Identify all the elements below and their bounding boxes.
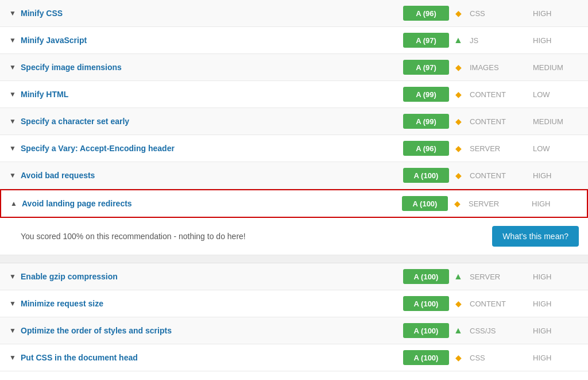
trend-diamond-icon: ◆ — [452, 171, 464, 180]
toggle-icon-minify-css[interactable]: ▼ — [9, 9, 16, 17]
trend-diamond-icon: ◆ — [452, 117, 464, 126]
row-title-avoid-landing-redirects: ▲ Avoid landing page redirects — [10, 199, 402, 208]
toggle-icon-minify-js[interactable]: ▼ — [9, 36, 16, 44]
toggle-icon-minimize-request-size[interactable]: ▼ — [9, 300, 16, 308]
row-title-specify-image-dimensions: ▼ Specify image dimensions — [9, 63, 403, 72]
toggle-icon-avoid-landing-redirects[interactable]: ▲ — [10, 199, 17, 208]
category-enable-gzip: SERVER — [470, 272, 533, 281]
category-specify-charset-early: CONTENT — [470, 117, 533, 126]
row-title-minify-html: ▼ Minify HTML — [9, 90, 403, 99]
trend-up-icon: ▲ — [452, 271, 464, 282]
priority-avoid-bad-requests: HIGH — [533, 171, 579, 180]
trend-diamond-icon: ◆ — [452, 144, 464, 153]
score-badge-optimize-order-styles: A (100) — [403, 323, 449, 338]
row-title-specify-vary-header: ▼ Specify a Vary: Accept-Encoding header — [9, 144, 403, 153]
toggle-icon-optimize-order-styles[interactable]: ▼ — [9, 327, 16, 335]
expanded-panel-avoid-landing-redirects: You scored 100% on this recommendation -… — [0, 218, 588, 255]
category-avoid-bad-requests: CONTENT — [470, 171, 533, 180]
score-badge-minimize-request-size: A (100) — [403, 296, 449, 311]
toggle-icon-specify-vary-header[interactable]: ▼ — [9, 144, 16, 152]
score-badge-avoid-landing-redirects: A (100) — [402, 196, 448, 211]
row-specify-image-dimensions: ▼ Specify image dimensions A (97) ◆ IMAG… — [0, 54, 588, 81]
category-optimize-order-styles: CSS/JS — [470, 327, 533, 335]
trend-diamond-icon: ◆ — [452, 90, 464, 99]
priority-minimize-request-size: HIGH — [533, 300, 579, 308]
row-link-avoid-bad-requests[interactable]: Avoid bad requests — [21, 171, 95, 180]
row-title-optimize-order-styles: ▼ Optimize the order of styles and scrip… — [9, 326, 403, 335]
score-section-minify-html: A (99) ◆ — [403, 87, 464, 102]
row-title-minify-js: ▼ Minify JavaScript — [9, 36, 403, 45]
priority-put-css-head: HIGH — [533, 354, 579, 362]
row-link-minimize-request-size[interactable]: Minimize request size — [21, 299, 103, 308]
priority-specify-charset-early: MEDIUM — [533, 117, 579, 126]
category-minify-js: JS — [470, 36, 533, 45]
row-avoid-bad-requests: ▼ Avoid bad requests A (100) ◆ CONTENT H… — [0, 162, 588, 189]
priority-specify-image-dimensions: MEDIUM — [533, 63, 579, 72]
category-specify-vary-header: SERVER — [470, 144, 533, 153]
row-put-css-head: ▼ Put CSS in the document head A (100) ◆… — [0, 344, 588, 371]
category-avoid-landing-redirects: SERVER — [469, 199, 532, 208]
score-badge-minify-html: A (99) — [403, 87, 449, 102]
whats-this-button[interactable]: What's this mean? — [492, 226, 579, 247]
trend-diamond-icon: ◆ — [452, 9, 464, 18]
row-link-enable-gzip[interactable]: Enable gzip compression — [21, 272, 118, 281]
priority-minify-js: HIGH — [533, 36, 579, 45]
row-minify-js: ▼ Minify JavaScript A (97) ▲ JS HIGH — [0, 27, 588, 54]
row-avoid-landing-redirects: ▲ Avoid landing page redirects A (100) ◆… — [0, 189, 588, 218]
category-specify-image-dimensions: IMAGES — [470, 63, 533, 72]
group-spacer — [0, 255, 588, 263]
row-specify-vary-header: ▼ Specify a Vary: Accept-Encoding header… — [0, 135, 588, 162]
trend-diamond-icon: ◆ — [452, 63, 464, 72]
category-minify-html: CONTENT — [470, 90, 533, 99]
priority-minify-css: HIGH — [533, 9, 579, 18]
recommendations-table: ▼ Minify CSS A (96) ◆ CSS HIGH ▼ Minify … — [0, 0, 588, 371]
score-section-specify-charset-early: A (99) ◆ — [403, 114, 464, 129]
score-section-optimize-order-styles: A (100) ▲ — [403, 323, 464, 338]
row-title-enable-gzip: ▼ Enable gzip compression — [9, 272, 403, 281]
row-link-specify-charset-early[interactable]: Specify a character set early — [21, 117, 129, 126]
score-section-enable-gzip: A (100) ▲ — [403, 269, 464, 284]
score-section-avoid-bad-requests: A (100) ◆ — [403, 168, 464, 183]
row-link-avoid-landing-redirects[interactable]: Avoid landing page redirects — [22, 199, 132, 208]
score-badge-specify-image-dimensions: A (97) — [403, 60, 449, 75]
score-section-specify-image-dimensions: A (97) ◆ — [403, 60, 464, 75]
toggle-icon-put-css-head[interactable]: ▼ — [9, 354, 16, 362]
row-specify-charset-early: ▼ Specify a character set early A (99) ◆… — [0, 108, 588, 135]
priority-specify-vary-header: LOW — [533, 144, 579, 153]
toggle-icon-enable-gzip[interactable]: ▼ — [9, 272, 16, 281]
toggle-icon-minify-html[interactable]: ▼ — [9, 90, 16, 98]
row-link-minify-html[interactable]: Minify HTML — [21, 90, 68, 99]
priority-optimize-order-styles: HIGH — [533, 327, 579, 335]
toggle-icon-specify-image-dimensions[interactable]: ▼ — [9, 63, 16, 71]
row-title-put-css-head: ▼ Put CSS in the document head — [9, 353, 403, 362]
row-title-minimize-request-size: ▼ Minimize request size — [9, 299, 403, 308]
score-section-avoid-landing-redirects: A (100) ◆ — [402, 196, 463, 211]
score-section-put-css-head: A (100) ◆ — [403, 350, 464, 365]
priority-enable-gzip: HIGH — [533, 272, 579, 281]
row-link-minify-css[interactable]: Minify CSS — [21, 9, 63, 18]
priority-avoid-landing-redirects: HIGH — [532, 199, 578, 208]
rows-group-2: ▼ Enable gzip compression A (100) ▲ SERV… — [0, 263, 588, 371]
row-link-specify-image-dimensions[interactable]: Specify image dimensions — [21, 63, 122, 72]
row-link-specify-vary-header[interactable]: Specify a Vary: Accept-Encoding header — [21, 144, 175, 153]
row-optimize-order-styles: ▼ Optimize the order of styles and scrip… — [0, 317, 588, 344]
trend-diamond-icon: ◆ — [452, 299, 464, 308]
score-badge-specify-charset-early: A (99) — [403, 114, 449, 129]
score-badge-specify-vary-header: A (96) — [403, 141, 449, 156]
score-section-minify-js: A (97) ▲ — [403, 33, 464, 48]
priority-minify-html: LOW — [533, 90, 579, 99]
row-minify-html: ▼ Minify HTML A (99) ◆ CONTENT LOW — [0, 81, 588, 108]
row-minify-css: ▼ Minify CSS A (96) ◆ CSS HIGH — [0, 0, 588, 27]
score-badge-minify-css: A (96) — [403, 6, 449, 21]
score-section-minify-css: A (96) ◆ — [403, 6, 464, 21]
row-minimize-request-size: ▼ Minimize request size A (100) ◆ CONTEN… — [0, 290, 588, 317]
category-minify-css: CSS — [470, 9, 533, 18]
score-badge-avoid-bad-requests: A (100) — [403, 168, 449, 183]
row-link-put-css-head[interactable]: Put CSS in the document head — [21, 353, 138, 362]
row-link-optimize-order-styles[interactable]: Optimize the order of styles and scripts — [21, 326, 172, 335]
score-badge-enable-gzip: A (100) — [403, 269, 449, 284]
toggle-icon-avoid-bad-requests[interactable]: ▼ — [9, 171, 16, 179]
trend-diamond-icon: ◆ — [452, 353, 464, 362]
toggle-icon-specify-charset-early[interactable]: ▼ — [9, 117, 16, 125]
row-link-minify-js[interactable]: Minify JavaScript — [21, 36, 87, 45]
